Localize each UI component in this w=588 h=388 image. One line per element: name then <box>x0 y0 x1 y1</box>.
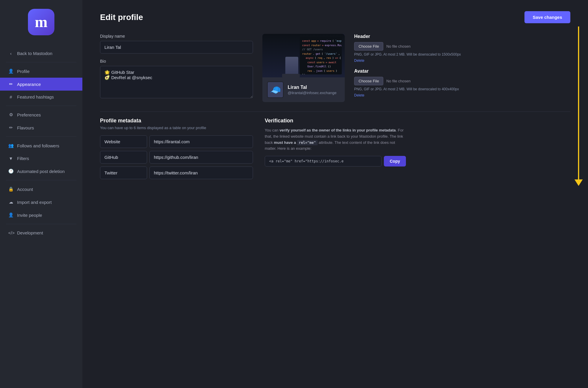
profile-metadata-section: Profile metadata You can have up to 6 it… <box>100 118 253 182</box>
page-title: Edit profile <box>100 13 143 22</box>
sidebar-item-label: Filters <box>17 156 29 161</box>
sidebar: m ‹ Back to Mastodon 👤 Profile ✏ Appeara… <box>0 0 82 388</box>
brush-icon: ✏ <box>8 125 14 130</box>
sidebar-item-label: Invite people <box>17 213 42 218</box>
arrow-head <box>574 179 583 186</box>
sidebar-item-label: Import and export <box>17 200 52 205</box>
copy-button[interactable]: Copy <box>384 156 406 166</box>
clock-icon: 🕐 <box>8 169 14 174</box>
display-name-label: Display name <box>100 34 253 39</box>
sidebar-item-featured-hashtags[interactable]: # Featured hashtags <box>0 91 82 103</box>
sidebar-item-account[interactable]: 🔒 Account <box>0 183 82 196</box>
display-name-input[interactable] <box>100 41 253 54</box>
avatar-image: 🧢 <box>270 85 281 95</box>
profile-preview-section: constapp=require('express') constrouter=… <box>262 34 345 103</box>
sidebar-item-profile[interactable]: 👤 Profile <box>0 65 82 78</box>
header-upload-title: Header <box>354 34 570 39</box>
podium <box>282 74 300 77</box>
code-snippet-box: <a rel="me" href="https://infosec.e <box>265 156 382 166</box>
code-icon: </> <box>8 230 14 235</box>
header-upload: Header Choose File No file chosen PNG, G… <box>354 34 570 63</box>
header-no-file-text: No file chosen <box>386 44 410 49</box>
code-display: constapp=require('express') constrouter=… <box>300 37 342 74</box>
code-visual: constapp=require('express') constrouter=… <box>300 37 342 74</box>
page-header: Edit profile Save changes <box>100 11 570 23</box>
avatar-no-file-text: No file chosen <box>386 79 410 83</box>
avatar: 🧢 <box>267 81 284 98</box>
metadata-label-twitter[interactable] <box>100 166 147 179</box>
sidebar-item-label: Profile <box>17 69 30 74</box>
save-changes-button[interactable]: Save changes <box>524 11 570 23</box>
profile-preview-card: constapp=require('express') constrouter=… <box>262 34 345 102</box>
user-icon: 👤 <box>8 69 14 74</box>
sidebar-item-flavours[interactable]: ✏ Flavours <box>0 121 82 134</box>
mastodon-logo: m <box>28 9 54 35</box>
metadata-row-website <box>100 135 253 148</box>
sidebar-item-follows-followers[interactable]: 👥 Follows and followers <box>0 139 82 152</box>
verification-bold2: must have a rel="me" <box>274 140 318 145</box>
avatar-upload-hint: PNG, GIF or JPG. At most 2 MB. Will be d… <box>354 87 570 91</box>
avatar-choose-file-button[interactable]: Choose File <box>354 77 383 85</box>
rel-me-code: rel="me" <box>297 140 318 145</box>
logo-letter: m <box>35 14 47 30</box>
sidebar-item-back[interactable]: ‹ Back to Mastodon <box>0 47 82 60</box>
metadata-row-twitter <box>100 166 253 179</box>
sidebar-item-label: Featured hashtags <box>17 94 54 99</box>
verification-title: Verification <box>265 118 406 124</box>
avatar-upload: Avatar Choose File No file chosen PNG, G… <box>354 69 570 97</box>
chevron-left-icon: ‹ <box>8 51 14 56</box>
top-section: Display name Bio 🌟 GitHub Star 🥑 DevRel … <box>100 34 570 103</box>
cloud-icon: ☁ <box>8 199 14 205</box>
sidebar-item-label: Automated post deletion <box>17 169 65 174</box>
metadata-value-website[interactable] <box>149 135 253 148</box>
display-name-field: Display name <box>100 34 253 54</box>
bio-field: Bio 🌟 GitHub Star 🥑 DevRel at @snyksec <box>100 59 253 99</box>
metadata-value-github[interactable] <box>149 151 253 164</box>
header-file-row: Choose File No file chosen <box>354 42 570 51</box>
yellow-arrow-annotation <box>573 26 584 186</box>
sidebar-item-import-export[interactable]: ☁ Import and export <box>0 196 82 209</box>
profile-display-name: Liran Tal <box>288 85 337 90</box>
verification-bold1: verify yourself as the owner of the link… <box>279 128 396 132</box>
header-choose-file-button[interactable]: Choose File <box>354 42 383 51</box>
sidebar-item-preferences[interactable]: ⚙ Preferences <box>0 108 82 121</box>
profile-handle: @lirantal@infosec.exchange <box>288 91 337 95</box>
bio-input[interactable]: 🌟 GitHub Star 🥑 DevRel at @snyksec <box>100 66 253 98</box>
group-icon: 👥 <box>8 143 14 148</box>
sidebar-item-label: Follows and followers <box>17 143 59 148</box>
metadata-label-website[interactable] <box>100 135 147 148</box>
sidebar-item-label: Preferences <box>17 112 41 117</box>
bottom-section: Profile metadata You can have up to 6 it… <box>100 118 570 182</box>
profile-header-image: constapp=require('express') constrouter=… <box>262 34 345 77</box>
sidebar-item-label: Flavours <box>17 125 34 130</box>
lock-icon: 🔒 <box>8 186 14 192</box>
arrow-line <box>578 26 579 179</box>
profile-info-row: 🧢 Liran Tal @lirantal@infosec.exchange <box>262 77 345 102</box>
add-user-icon: 👤 <box>8 212 14 218</box>
sidebar-nav: ‹ Back to Mastodon 👤 Profile ✏ Appearanc… <box>0 47 82 239</box>
avatar-delete-link[interactable]: Delete <box>354 93 364 97</box>
header-bg: constapp=require('express') constrouter=… <box>262 34 345 77</box>
upload-section: Header Choose File No file chosen PNG, G… <box>354 34 570 103</box>
sidebar-item-label: Appearance <box>17 82 41 87</box>
avatar-file-row: Choose File No file chosen <box>354 77 570 85</box>
code-snippet-row: <a rel="me" href="https://infosec.e Copy <box>265 156 406 166</box>
profile-text: Liran Tal @lirantal@infosec.exchange <box>288 85 337 95</box>
sidebar-item-filters[interactable]: ▼ Filters <box>0 152 82 165</box>
sidebar-item-label: Account <box>17 187 33 192</box>
header-delete-link[interactable]: Delete <box>354 59 364 63</box>
verification-description: You can verify yourself as the owner of … <box>265 127 406 152</box>
hashtag-icon: # <box>8 94 14 99</box>
form-fields-left: Display name Bio 🌟 GitHub Star 🥑 DevRel … <box>100 34 253 103</box>
section-divider <box>100 111 570 112</box>
sidebar-item-development[interactable]: </> Development <box>0 227 82 239</box>
sidebar-item-label: Back to Mastodon <box>17 51 52 56</box>
metadata-hint: You can have up to 6 items displayed as … <box>100 126 253 130</box>
filter-icon: ▼ <box>8 156 14 161</box>
sidebar-item-invite-people[interactable]: 👤 Invite people <box>0 209 82 222</box>
metadata-label-github[interactable] <box>100 151 147 164</box>
metadata-value-twitter[interactable] <box>149 166 253 179</box>
sidebar-item-appearance[interactable]: ✏ Appearance <box>0 78 82 91</box>
main-content: Edit profile Save changes Display name B… <box>82 0 588 388</box>
sidebar-item-automated-post-deletion[interactable]: 🕐 Automated post deletion <box>0 165 82 178</box>
